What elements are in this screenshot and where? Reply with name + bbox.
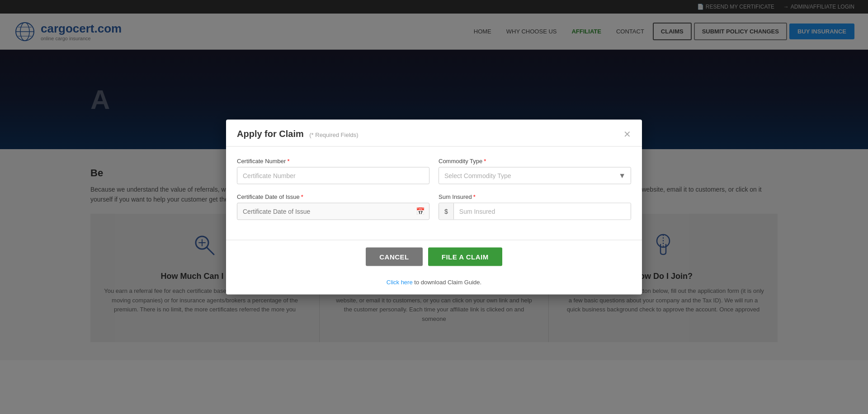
sum-insured-input-wrapper: $: [439, 203, 631, 220]
commodity-type-group: Commodity Type* Select Commodity Type ▼: [439, 158, 631, 184]
cert-number-group: Certificate Number*: [237, 158, 429, 184]
cert-date-input[interactable]: [237, 203, 429, 220]
commodity-type-label: Commodity Type*: [439, 158, 631, 165]
cert-number-input[interactable]: [237, 167, 429, 184]
calendar-icon: 📅: [416, 207, 425, 216]
sum-insured-group: Sum Insured* $: [439, 193, 631, 220]
cert-number-label: Certificate Number*: [237, 158, 429, 165]
file-claim-button[interactable]: FILE A CLAIM: [428, 248, 502, 266]
dollar-sign: $: [439, 203, 454, 220]
modal-close-button[interactable]: ✕: [623, 129, 631, 138]
modal-guide: Click here to download Claim Guide.: [226, 273, 642, 295]
sum-insured-input[interactable]: [454, 203, 631, 220]
modal-title: Apply for Claim: [237, 129, 304, 139]
modal-footer: CANCEL FILE A CLAIM: [226, 240, 642, 273]
commodity-required: *: [484, 158, 486, 165]
cert-number-required: *: [287, 158, 289, 165]
cert-date-required: *: [301, 193, 303, 200]
sum-insured-label: Sum Insured*: [439, 193, 631, 200]
cert-date-label: Certificate Date of Issue*: [237, 193, 429, 200]
cancel-button[interactable]: CANCEL: [366, 248, 423, 266]
cert-date-input-wrapper: 📅: [237, 203, 429, 220]
sum-insured-required: *: [473, 193, 476, 200]
form-row-2: Certificate Date of Issue* 📅 Sum Insured…: [237, 193, 631, 220]
commodity-type-select-wrapper: Select Commodity Type ▼: [439, 167, 631, 184]
claim-guide-link[interactable]: Click here: [387, 279, 413, 286]
cert-date-group: Certificate Date of Issue* 📅: [237, 193, 429, 220]
modal-body: Certificate Number* Commodity Type* Sele…: [226, 147, 642, 240]
form-row-1: Certificate Number* Commodity Type* Sele…: [237, 158, 631, 184]
modal-title-area: Apply for Claim (* Required Fields): [237, 129, 359, 139]
apply-for-claim-modal: Apply for Claim (* Required Fields) ✕ Ce…: [226, 120, 642, 295]
modal-required-note: (* Required Fields): [309, 132, 358, 138]
guide-text: to download Claim Guide.: [414, 279, 481, 286]
modal-header: Apply for Claim (* Required Fields) ✕: [226, 120, 642, 147]
commodity-type-select[interactable]: Select Commodity Type: [439, 167, 631, 184]
